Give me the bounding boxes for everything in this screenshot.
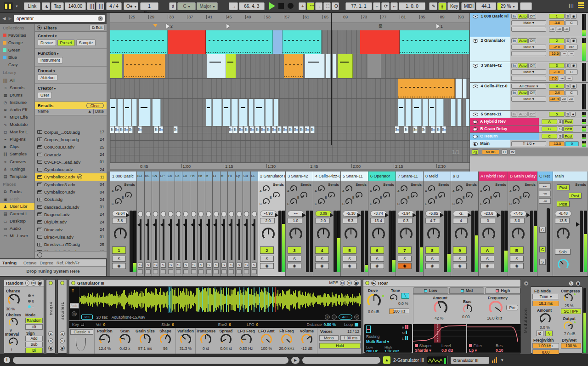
gain-value[interactable]: -2.0 [315,218,330,223]
peak-value[interactable]: -∞ [288,211,304,217]
track-header-2[interactable]: ▼ 2 GranulatorInAutoOff2S◉Main ▾-2.08R-1… [470,37,588,62]
pad-solo-button[interactable]: S [146,263,151,268]
send-field[interactable]: -∞ [568,97,574,102]
solo-in-place-w-button[interactable]: W [509,149,516,154]
clip[interactable] [413,99,422,126]
clip[interactable]: Sn [239,126,243,133]
pad-extra-button[interactable] [176,269,181,274]
send-knob-b[interactable]: B [300,192,307,199]
track-number-button[interactable]: 1 [549,14,565,19]
main-pan-field[interactable]: 0 [565,141,579,146]
knob[interactable] [434,301,447,315]
fader-handle[interactable] [526,213,530,217]
channel-name[interactable]: 3 Snare-42 [286,172,313,181]
monitor-off-button[interactable]: Off [528,63,536,68]
pad-extra-button[interactable] [168,269,173,274]
sidebar-item-blue[interactable]: Blue [0,54,34,61]
arrangement-view-toggle-icon[interactable] [578,2,584,8]
arrangement-track-lane[interactable] [110,133,469,141]
channel-name[interactable]: A Hybrid Rev [479,172,508,181]
filter-chip-preset[interactable]: Preset [57,40,75,46]
output-knob[interactable] [564,321,573,332]
sidebar-item-push[interactable]: ▣Push [0,195,34,203]
output-value[interactable]: -7.0 dB [563,332,575,336]
fader-track[interactable] [580,211,583,272]
tone-value[interactable]: 0.0 % [398,301,408,306]
gain-value[interactable]: -3.8 [112,218,127,223]
track-header-4[interactable]: ▼ 4 Cello-Pizz-0All Chann ▾4S◉InAutoOff-… [470,83,588,111]
pad-activator-button[interactable] [214,211,219,217]
c-button[interactable]: C [539,246,546,252]
variation-knob[interactable] [180,334,191,345]
gain-value[interactable]: -0.3 [398,218,413,223]
pad-solo-button[interactable]: S [168,263,173,268]
clip[interactable] [168,30,206,54]
mixer-strip-pad[interactable]: CoS [182,172,190,276]
session-view-toggle-icon[interactable]: ||| [569,3,574,8]
mixer-strip-7[interactable]: 7 Snare-11SendsABC-3.94-0.37S◉ [396,172,424,276]
clip[interactable]: Sr [300,126,304,133]
bias-value[interactable]: 0.00 [462,315,470,319]
send-field[interactable]: -∞ [568,51,574,56]
channel-name[interactable]: Main [553,172,588,181]
groove-pool-toggle-icon[interactable]: ▶ [291,357,300,364]
fb-mode-menu[interactable]: Time [532,294,559,299]
arrangement-track-lane[interactable] [110,99,469,126]
clip[interactable] [266,99,273,126]
clip[interactable]: Sn [138,126,142,133]
send-knob-a[interactable]: A [513,185,520,192]
output-routing-menu[interactable]: Main ▾ [511,45,546,50]
solo-button[interactable]: S [565,112,570,117]
clip[interactable] [226,54,236,78]
clip[interactable] [110,54,122,78]
solo-button[interactable]: S [425,256,439,262]
peak-value[interactable]: -3.94 [398,211,414,217]
return-number-button[interactable]: C [542,134,557,139]
solo-button[interactable]: S [288,256,301,262]
pad-extra-button[interactable] [206,269,211,274]
crossfader-knob[interactable] [558,259,569,270]
clip[interactable] [305,54,325,78]
slide-value[interactable]: 0 [172,322,174,327]
send-knob-b[interactable]: B [411,192,418,199]
pan-knob[interactable] [512,228,525,240]
fb-phase-button[interactable]: Ø [536,331,543,336]
pan-knob[interactable] [345,228,357,240]
return-fold-icon[interactable]: ▶ [473,120,478,124]
knob[interactable] [489,301,503,315]
clip[interactable] [423,99,428,126]
grain-size-value[interactable]: 87.1 ms [135,346,155,351]
clip[interactable]: Sr [129,126,133,133]
tempo-field[interactable]: 140.00 [65,2,86,10]
solo-button[interactable]: S [112,256,126,262]
freq-field[interactable]: 1.00 kHz [532,343,559,349]
clip[interactable] [436,99,444,126]
pad-solo-button[interactable]: S [252,263,257,268]
collapsed-device-traqr4[interactable]: traqr4⧈↻▣ [46,279,56,354]
send-value[interactable]: -∞ [539,183,551,189]
pad-solo-button[interactable]: S [237,263,242,268]
pad-activator-button[interactable] [153,211,158,217]
arrangement-position-field[interactable]: 66. 4. 3 [239,2,265,10]
hotswap-icon[interactable]: ↻ [48,338,53,343]
send-knob-c[interactable]: C [318,198,325,205]
mixer-strip-8[interactable]: 8 MeldSendsABC-5.854.78S◉ [424,172,451,276]
knob[interactable] [9,337,18,347]
clip[interactable] [360,30,400,54]
browser-back-icon[interactable]: ◀ [2,16,6,21]
file-row[interactable]: Dirac.adv24 [35,226,107,233]
solo-button[interactable]: S [510,256,524,262]
clip[interactable] [406,99,411,126]
pad-extra-button[interactable] [252,269,257,274]
distance-value[interactable]: 9.80 % [324,322,336,327]
mixer-strip-group[interactable]: 1 808 BasicSendsABC-9.64-3.81S◉ [110,172,137,276]
key-checkbox[interactable] [81,323,84,326]
lfo-freq-knob[interactable] [241,334,252,345]
pan-knob[interactable] [557,228,570,240]
sample-rate-field[interactable]: 44.1 kHz [476,2,496,10]
channel-name[interactable]: HT [228,172,235,181]
track-number-button[interactable]: 2 [549,38,565,43]
file-row[interactable]: Corpus_...018.adg17 [35,128,107,136]
compress-value[interactable]: 25 % [565,303,573,308]
channel-name[interactable]: M [220,172,228,181]
